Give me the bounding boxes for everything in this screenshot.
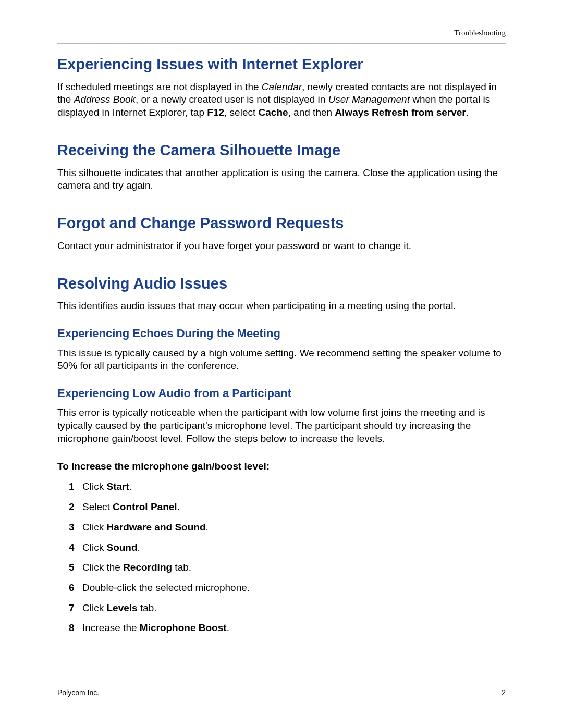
text-bold: Start: [106, 481, 129, 492]
text: , select: [224, 107, 258, 118]
step-1: Click Start.: [69, 480, 506, 493]
paragraph-low-audio: This error is typically noticeable when …: [57, 406, 506, 445]
document-page: Troubleshooting Experiencing Issues with…: [0, 0, 563, 728]
text: tab.: [172, 562, 191, 573]
text: .: [227, 622, 229, 633]
text-bold: Control Panel: [113, 501, 177, 512]
text: , and then: [288, 107, 335, 118]
paragraph-camera: This silhouette indicates that another a…: [57, 167, 506, 192]
paragraph-password: Contact your administrator if you have f…: [57, 240, 506, 253]
paragraph-audio-intro: This identifies audio issues that may oc…: [57, 300, 506, 313]
text: tab.: [138, 602, 157, 613]
text-bold: Sound: [106, 542, 137, 553]
text-bold: F12: [207, 107, 224, 118]
text: Click: [82, 522, 106, 533]
heading-audio-issues: Resolving Audio Issues: [57, 275, 506, 293]
paragraph-echoes: This issue is typically caused by a high…: [57, 347, 506, 373]
step-7: Click Levels tab.: [69, 602, 506, 615]
text: Increase the: [82, 622, 140, 633]
footer-company: Polycom Inc.: [57, 688, 99, 697]
subheading-low-audio: Experiencing Low Audio from a Participan…: [57, 386, 506, 401]
text: .: [138, 542, 140, 553]
heading-internet-explorer: Experiencing Issues with Internet Explor…: [57, 55, 506, 73]
text: Double-click the selected microphone.: [82, 582, 250, 593]
text: Select: [82, 501, 113, 512]
step-3: Click Hardware and Sound.: [69, 521, 506, 534]
heading-password: Forgot and Change Password Requests: [57, 214, 506, 232]
text: Click the: [82, 562, 123, 573]
text: .: [205, 522, 208, 533]
subheading-echoes: Experiencing Echoes During the Meeting: [57, 326, 506, 341]
text-bold: Recording: [123, 562, 172, 573]
running-header: Troubleshooting: [57, 29, 506, 38]
text-bold: Cache: [259, 107, 288, 118]
text-italic: Address Book: [74, 94, 136, 105]
step-4: Click Sound.: [69, 541, 506, 554]
text: .: [466, 107, 469, 118]
heading-camera-silhouette: Receiving the Camera Silhouette Image: [57, 141, 506, 159]
step-2: Select Control Panel.: [69, 501, 506, 514]
text: Click: [82, 602, 106, 613]
text: , or a newly created user is not display…: [136, 94, 328, 105]
steps-label: To increase the microphone gain/boost le…: [57, 461, 506, 472]
text: Click: [82, 481, 106, 492]
footer-page-number: 2: [501, 688, 506, 697]
paragraph-ie: If scheduled meetings are not displayed …: [57, 81, 506, 119]
step-5: Click the Recording tab.: [69, 561, 506, 574]
header-divider: [57, 43, 506, 44]
step-8: Increase the Microphone Boost.: [69, 622, 506, 635]
step-6: Double-click the selected microphone.: [69, 582, 506, 595]
text-bold: Levels: [106, 602, 137, 613]
text-italic: User Management: [328, 94, 410, 105]
text: .: [177, 501, 180, 512]
text: If scheduled meetings are not displayed …: [57, 81, 262, 92]
page-footer: Polycom Inc. 2: [57, 688, 506, 697]
text-bold: Microphone Boost: [140, 622, 227, 633]
text: Click: [82, 542, 106, 553]
steps-list: Click Start. Select Control Panel. Click…: [69, 480, 506, 635]
text-bold: Hardware and Sound: [106, 522, 205, 533]
text-italic: Calendar: [262, 81, 302, 92]
text: .: [129, 481, 132, 492]
text-bold: Always Refresh from server: [335, 107, 466, 118]
